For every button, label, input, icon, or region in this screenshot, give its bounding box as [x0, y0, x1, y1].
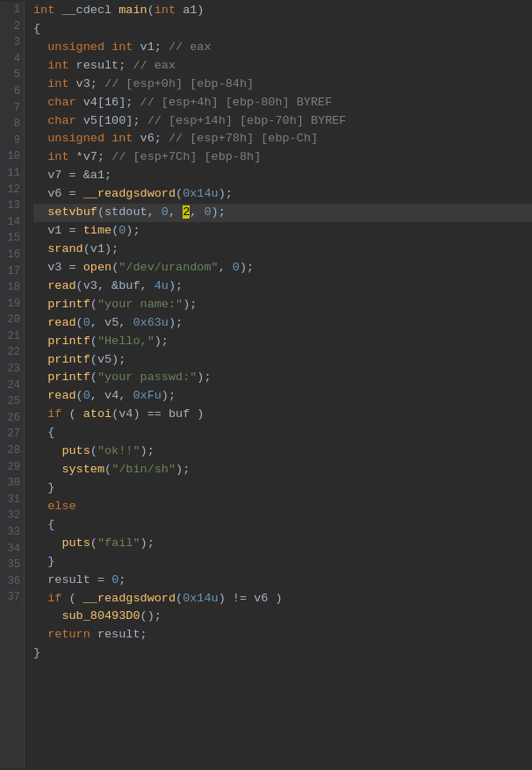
line-number: 25: [2, 393, 20, 410]
code-line: return result;: [33, 626, 532, 644]
code-token: (: [76, 389, 83, 402]
code-token: (: [176, 187, 183, 200]
code-token: [33, 463, 61, 476]
code-line: read(0, v4, 0xFu);: [33, 387, 532, 406]
code-line: printf("Hello,");: [33, 333, 532, 351]
code-token: result =: [33, 573, 111, 586]
line-number: 33: [2, 524, 20, 541]
code-line: int result; // eax: [33, 57, 532, 76]
code-token: "/bin/sh": [111, 463, 176, 476]
line-number: 18: [2, 279, 20, 296]
code-token: if: [47, 592, 61, 605]
code-token: ,: [190, 205, 204, 219]
code-token: result;: [90, 628, 147, 641]
code-line: if ( __readgsdword(0x14u) != v6 ): [33, 590, 532, 608]
line-number: 4: [2, 51, 20, 68]
code-token: [33, 59, 47, 72]
line-number: 17: [2, 263, 20, 280]
line-number: 3: [2, 34, 20, 51]
code-token: [33, 444, 61, 457]
code-token: [33, 389, 47, 402]
line-number: 12: [2, 182, 20, 198]
line-number: 37: [2, 589, 20, 606]
code-token: int: [155, 4, 176, 17]
line-numbers: 1234567891011121314151617181920212223242…: [0, 2, 25, 768]
code-line: printf("your passwd:");: [33, 369, 532, 387]
code-token: [33, 609, 61, 622]
code-token: __cdecl: [54, 4, 119, 17]
code-token: 0: [83, 316, 90, 329]
code-token: atoi: [83, 407, 111, 421]
code-token: 0: [162, 205, 169, 219]
code-token: ,: [169, 205, 183, 219]
code-token: (v1);: [83, 242, 119, 255]
code-token: char: [47, 96, 75, 109]
code-token: 0x14u: [183, 187, 219, 200]
code-token: int: [111, 40, 133, 54]
code-token: [33, 114, 47, 127]
line-number: 19: [2, 296, 20, 313]
code-line: int __cdecl main(int a1): [33, 2, 532, 20]
code-token: [33, 628, 47, 641]
code-token: {: [33, 22, 40, 35]
code-token: [33, 40, 47, 54]
code-token: (: [90, 444, 97, 457]
line-number: 14: [2, 214, 20, 231]
line-number: 35: [2, 557, 20, 573]
code-line: {: [33, 516, 532, 535]
code-token: [33, 592, 47, 605]
code-line: puts("fail");: [33, 535, 532, 553]
code-line: printf(v5);: [33, 351, 532, 370]
code-token: }: [33, 555, 54, 568]
line-number: 28: [2, 443, 20, 459]
code-line: v3 = open("/dev/urandom", 0);: [33, 259, 532, 277]
code-token: [33, 77, 47, 90]
code-token: }: [33, 481, 54, 494]
code-token: );: [155, 335, 169, 348]
code-line: system("/bin/sh");: [33, 461, 532, 479]
line-number: 1: [2, 2, 20, 18]
code-line: char v4[16]; // [esp+4h] [ebp-80h] BYREF: [33, 94, 532, 112]
code-token: return: [47, 628, 90, 641]
code-token: v6 =: [33, 187, 83, 200]
code-token: main: [119, 4, 147, 17]
code-line: sub_80493D0();: [33, 608, 532, 626]
code-token: // eax: [169, 40, 212, 54]
code-container: 1234567891011121314151617181920212223242…: [0, 0, 532, 770]
code-token: v3;: [69, 77, 105, 90]
line-number: 27: [2, 426, 20, 443]
line-number: 23: [2, 361, 20, 378]
code-token: );: [176, 463, 190, 476]
code-token: setvbuf: [47, 205, 97, 219]
code-token: [33, 96, 47, 109]
code-line: }: [33, 479, 532, 498]
code-token: "your passwd:": [97, 371, 197, 384]
code-token: 0x14u: [183, 592, 219, 605]
line-number: 2: [2, 18, 20, 35]
code-token: [104, 40, 111, 54]
code-line: printf("your name:");: [33, 296, 532, 314]
line-number: 26: [2, 410, 20, 427]
code-token: [33, 335, 47, 348]
code-token: if: [47, 407, 61, 421]
code-token: );: [126, 224, 140, 237]
code-line: unsigned int v6; // [esp+78h] [ebp-Ch]: [33, 130, 532, 148]
code-token: , v5,: [90, 316, 133, 329]
code-token: v4[16];: [76, 96, 140, 109]
code-line: {: [33, 20, 532, 39]
code-token: 0: [204, 205, 211, 219]
code-token: printf: [47, 353, 90, 366]
code-token: [33, 407, 47, 421]
code-token: puts: [61, 444, 90, 457]
line-number: 5: [2, 67, 20, 83]
code-token: (: [61, 592, 83, 605]
code-token: (: [104, 463, 111, 476]
code-token: [33, 242, 47, 255]
code-line: setvbuf(stdout, 0, 2, 0);: [33, 204, 532, 222]
code-token: // [esp+4h] [ebp-80h] BYREF: [140, 96, 333, 109]
code-token: // [esp+0h] [ebp-84h]: [104, 77, 254, 90]
code-line: {: [33, 424, 532, 443]
code-token: time: [83, 224, 111, 237]
code-token: v6;: [133, 132, 169, 145]
code-line: if ( atoi(v4) == buf ): [33, 406, 532, 424]
